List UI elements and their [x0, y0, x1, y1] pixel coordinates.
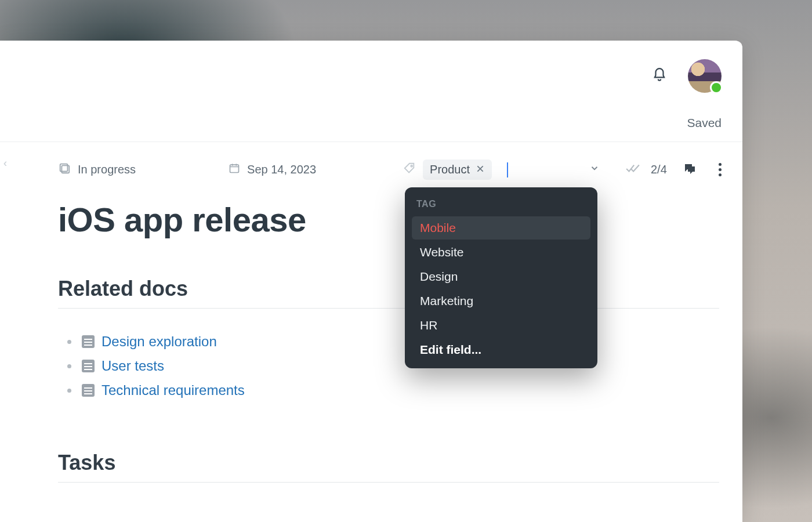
list-item: User tests — [67, 358, 245, 374]
avatar[interactable] — [688, 59, 722, 93]
section-related-docs: Related docs — [58, 277, 188, 301]
tag-chip[interactable]: Product — [423, 160, 492, 180]
document-icon — [82, 384, 95, 397]
top-toolbar: Saved — [0, 41, 742, 142]
meta-row: In progress Sep 14, 2023 Product — [58, 160, 722, 180]
list-item: Design exploration — [67, 334, 245, 350]
bullet-icon — [67, 340, 71, 344]
comments-icon[interactable] — [683, 162, 697, 178]
document-icon — [82, 360, 95, 372]
double-check-icon — [625, 161, 640, 179]
date-field[interactable]: Sep 14, 2023 — [229, 162, 316, 177]
section-tasks: Tasks — [58, 451, 115, 475]
progress-field[interactable]: 2/4 — [625, 161, 667, 179]
progress-count: 2/4 — [651, 163, 667, 176]
more-menu-icon[interactable] — [719, 163, 722, 176]
doc-link[interactable]: Design exploration — [102, 334, 217, 350]
svg-point-3 — [411, 165, 412, 167]
status-field[interactable]: In progress — [58, 162, 136, 177]
tag-dropdown: TAG Mobile Website Design Marketing HR E… — [405, 187, 597, 368]
tag-input[interactable] — [507, 162, 582, 177]
calendar-icon — [229, 162, 240, 177]
related-docs-list: Design exploration User tests Technical … — [67, 325, 245, 407]
list-item: Technical requirements — [67, 382, 245, 398]
tag-field[interactable]: Product — [403, 160, 600, 180]
dropdown-item[interactable]: Website — [412, 241, 590, 264]
save-status: Saved — [687, 116, 722, 130]
dropdown-edit-field[interactable]: Edit field... — [412, 338, 590, 361]
dropdown-item[interactable]: Marketing — [412, 289, 590, 313]
divider — [58, 482, 719, 483]
remove-tag-icon[interactable] — [476, 163, 485, 176]
notifications-icon[interactable] — [652, 67, 667, 85]
dropdown-item[interactable]: Design — [412, 265, 590, 288]
status-text: In progress — [78, 163, 136, 176]
bullet-icon — [67, 389, 71, 393]
chevron-down-icon[interactable] — [589, 163, 600, 176]
status-icon — [58, 162, 71, 177]
dropdown-item[interactable]: HR — [412, 314, 590, 337]
dropdown-item[interactable]: Mobile — [412, 216, 590, 240]
document-panel: Saved ‹‹ In progress Sep 14, 2023 — [0, 41, 742, 522]
dropdown-header: TAG — [408, 195, 594, 215]
document-icon — [82, 335, 95, 348]
document-content: ‹‹ In progress Sep 14, 2023 — [0, 142, 742, 522]
divider — [58, 308, 719, 309]
page-title[interactable]: iOS app release — [58, 200, 306, 239]
tag-icon — [403, 162, 416, 177]
date-text: Sep 14, 2023 — [247, 163, 316, 176]
bullet-icon — [67, 364, 71, 368]
doc-link[interactable]: Technical requirements — [102, 382, 245, 398]
doc-link[interactable]: User tests — [102, 358, 164, 374]
tag-chip-label: Product — [430, 163, 470, 176]
svg-rect-2 — [230, 165, 239, 172]
